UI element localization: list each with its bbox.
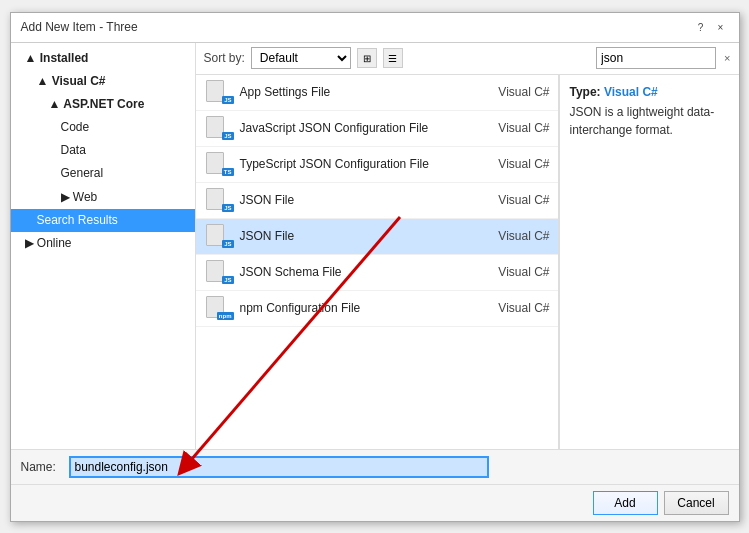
- item-icon: JS: [204, 114, 232, 142]
- item-type: Visual C#: [480, 301, 550, 315]
- toolbar: Sort by: Default Name Type ⊞ ☰ ×: [196, 43, 739, 75]
- close-button[interactable]: ×: [713, 19, 729, 35]
- view-grid-button[interactable]: ⊞: [357, 48, 377, 68]
- item-type: Visual C#: [480, 85, 550, 99]
- title-bar-controls: ? ×: [693, 19, 729, 35]
- add-button[interactable]: Add: [593, 491, 658, 515]
- json-file-icon: JS: [206, 116, 230, 140]
- item-name: npm Configuration File: [240, 301, 480, 315]
- json-file-icon: npm: [206, 296, 230, 320]
- item-name: JSON File: [240, 193, 480, 207]
- item-icon: TS: [204, 150, 232, 178]
- info-panel: Type: Visual C# JSON is a lightweight da…: [559, 75, 739, 449]
- list-item[interactable]: JS JSON Schema File Visual C#: [196, 255, 558, 291]
- list-item[interactable]: JS JavaScript JSON Configuration File Vi…: [196, 111, 558, 147]
- sidebar-general[interactable]: General: [11, 162, 195, 185]
- button-row: Add Cancel: [11, 484, 739, 521]
- add-new-item-dialog: Add New Item - Three ? × ▲ Installed ▲ V…: [10, 12, 740, 522]
- list-item[interactable]: JS JSON File Visual C#: [196, 183, 558, 219]
- sidebar-web[interactable]: ▶ Web: [11, 186, 195, 209]
- list-item-selected[interactable]: JS JSON File Visual C#: [196, 219, 558, 255]
- help-button[interactable]: ?: [693, 19, 709, 35]
- sidebar-code[interactable]: Code: [11, 116, 195, 139]
- json-file-icon: JS: [206, 80, 230, 104]
- dialog-body: ▲ Installed ▲ Visual C# ▲ ASP.NET Core C…: [11, 43, 739, 449]
- items-list: JS App Settings File Visual C# JS: [196, 75, 559, 449]
- item-name: JSON File: [240, 229, 480, 243]
- cancel-button[interactable]: Cancel: [664, 491, 729, 515]
- main-content: Sort by: Default Name Type ⊞ ☰ ×: [196, 43, 739, 449]
- item-name: App Settings File: [240, 85, 480, 99]
- item-icon: JS: [204, 78, 232, 106]
- info-type-value: Visual C#: [604, 85, 658, 99]
- sidebar-installed[interactable]: ▲ Installed: [11, 47, 195, 70]
- sort-select[interactable]: Default Name Type: [251, 47, 351, 69]
- item-type: Visual C#: [480, 193, 550, 207]
- sidebar-visual-csharp[interactable]: ▲ Visual C#: [11, 70, 195, 93]
- json-file-icon: TS: [206, 152, 230, 176]
- item-type: Visual C#: [480, 265, 550, 279]
- bottom-area: Name: Add Cancel: [11, 449, 739, 521]
- json-file-icon: JS: [206, 188, 230, 212]
- list-item[interactable]: TS TypeScript JSON Configuration File Vi…: [196, 147, 558, 183]
- sort-by-label: Sort by:: [204, 51, 245, 65]
- sidebar-aspnet-core[interactable]: ▲ ASP.NET Core: [11, 93, 195, 116]
- list-item[interactable]: JS App Settings File Visual C#: [196, 75, 558, 111]
- sidebar-data[interactable]: Data: [11, 139, 195, 162]
- name-input[interactable]: [69, 456, 489, 478]
- item-type: Visual C#: [480, 121, 550, 135]
- item-icon: npm: [204, 294, 232, 322]
- list-item[interactable]: npm npm Configuration File Visual C#: [196, 291, 558, 327]
- item-icon: JS: [204, 258, 232, 286]
- search-clear-button[interactable]: ×: [724, 52, 730, 64]
- search-input[interactable]: [596, 47, 716, 69]
- sidebar-search-results[interactable]: Search Results: [11, 209, 195, 232]
- info-type-label: Type: Visual C#: [570, 85, 729, 99]
- item-name: TypeScript JSON Configuration File: [240, 157, 480, 171]
- title-bar: Add New Item - Three ? ×: [11, 13, 739, 43]
- dialog-title: Add New Item - Three: [21, 20, 138, 34]
- item-type: Visual C#: [480, 157, 550, 171]
- info-description: JSON is a lightweight data-interchange f…: [570, 103, 729, 139]
- item-icon: JS: [204, 222, 232, 250]
- content-area: JS App Settings File Visual C# JS: [196, 75, 739, 449]
- item-type: Visual C#: [480, 229, 550, 243]
- item-icon: JS: [204, 186, 232, 214]
- sidebar: ▲ Installed ▲ Visual C# ▲ ASP.NET Core C…: [11, 43, 196, 449]
- name-label: Name:: [21, 460, 61, 474]
- item-name: JSON Schema File: [240, 265, 480, 279]
- name-row: Name:: [11, 450, 739, 484]
- json-file-icon: JS: [206, 224, 230, 248]
- item-name: JavaScript JSON Configuration File: [240, 121, 480, 135]
- json-file-icon: JS: [206, 260, 230, 284]
- sidebar-online[interactable]: ▶ Online: [11, 232, 195, 255]
- view-list-button[interactable]: ☰: [383, 48, 403, 68]
